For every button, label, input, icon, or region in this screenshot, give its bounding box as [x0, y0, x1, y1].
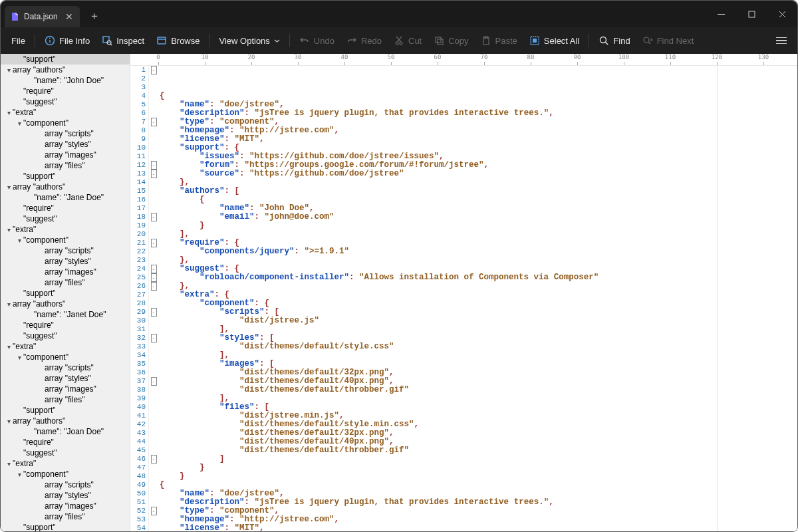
line-numbers: 1234567891011121314151617181920212223242…	[130, 66, 149, 532]
close-button[interactable]	[767, 1, 797, 27]
view-options-menu[interactable]: View Options	[213, 33, 285, 49]
tree-item[interactable]: array "styles"	[1, 373, 130, 384]
tree-item[interactable]: array "styles"	[1, 490, 130, 501]
tree-item[interactable]: "name": "Jane Doe"	[1, 192, 130, 203]
svg-point-6	[49, 38, 51, 39]
fold-toggle[interactable]: -	[151, 455, 157, 464]
tree-item[interactable]: ▾"component"	[1, 235, 130, 245]
svg-point-13	[400, 42, 402, 45]
tree-item[interactable]: ▾"extra"	[1, 341, 130, 352]
tree-item[interactable]: "require"	[1, 86, 130, 96]
tree-item[interactable]: array "scripts"	[1, 245, 130, 256]
svg-rect-7	[103, 37, 109, 43]
file-info-button[interactable]: File Info	[39, 32, 95, 49]
tree-item[interactable]: "suggest"	[1, 213, 130, 224]
browse-button[interactable]: Browse	[151, 32, 205, 49]
code-content[interactable]: { "name": "doe/jstree", "description": "…	[158, 66, 797, 532]
editor: 0102030405060708090100110120130140 12345…	[130, 54, 797, 532]
fold-toggle[interactable]: -	[151, 507, 157, 515]
svg-line-14	[397, 37, 402, 42]
tree-item[interactable]: "require"	[1, 320, 130, 331]
tree-item[interactable]: "require"	[1, 437, 130, 448]
paste-button[interactable]: Paste	[475, 32, 523, 49]
tree-item[interactable]: array "scripts"	[1, 362, 130, 373]
find-next-button[interactable]: Find Next	[637, 32, 700, 49]
tree-item[interactable]: array "files"	[1, 511, 130, 522]
tab-close-icon[interactable]: ✕	[65, 11, 73, 22]
tree-item[interactable]: ▾"extra"	[1, 224, 130, 235]
tree-item[interactable]: ▾"component"	[1, 469, 130, 479]
tree-item[interactable]: "support"	[1, 522, 130, 532]
tree-item[interactable]: array "scripts"	[1, 479, 130, 490]
tree-item[interactable]: "support"	[1, 288, 130, 299]
title-bar: Data.json ✕ ＋	[1, 1, 797, 27]
select-all-button[interactable]: Select All	[524, 32, 585, 49]
file-tab[interactable]: Data.json ✕	[5, 6, 80, 27]
svg-rect-10	[158, 37, 166, 44]
paste-icon	[481, 35, 491, 46]
fold-toggle[interactable]: -	[151, 161, 157, 170]
fold-toggle[interactable]: -	[151, 308, 157, 317]
fold-toggle[interactable]: -	[151, 265, 157, 273]
tree-item[interactable]: "suggest"	[1, 96, 130, 107]
search-icon	[598, 35, 609, 46]
tree-item[interactable]: array "images"	[1, 150, 130, 160]
structure-tree[interactable]: "support"▾array "authors""name": "John D…	[1, 54, 130, 532]
svg-rect-16	[436, 37, 441, 43]
fold-toggle[interactable]: -	[151, 273, 157, 282]
tree-item[interactable]: "require"	[1, 203, 130, 213]
ruler: 0102030405060708090100110120130140	[130, 54, 797, 66]
new-tab-button[interactable]: ＋	[89, 9, 100, 23]
tree-item[interactable]: array "files"	[1, 394, 130, 405]
tree-item[interactable]: array "scripts"	[1, 128, 130, 139]
fold-toggle[interactable]: -	[151, 170, 157, 178]
svg-rect-1	[749, 11, 755, 17]
svg-line-9	[110, 44, 112, 45]
file-menu[interactable]: File	[6, 33, 31, 49]
tree-item[interactable]: ▾array "authors"	[1, 416, 130, 426]
tree-item[interactable]: array "styles"	[1, 256, 130, 267]
tree-item[interactable]: array "images"	[1, 267, 130, 277]
tree-item[interactable]: "name": "Joan Doe"	[1, 426, 130, 437]
find-button[interactable]: Find	[593, 32, 635, 49]
tree-item[interactable]: "support"	[1, 54, 130, 65]
tree-item[interactable]: array "images"	[1, 501, 130, 511]
fold-toggle[interactable]: -	[151, 239, 157, 247]
tree-item[interactable]: "suggest"	[1, 331, 130, 341]
tree-item[interactable]: ▾array "authors"	[1, 182, 130, 192]
svg-line-23	[606, 43, 608, 45]
inspect-button[interactable]: Inspect	[96, 32, 150, 49]
fold-column[interactable]: --------------	[149, 66, 158, 532]
tree-item[interactable]: "support"	[1, 171, 130, 182]
tree-item[interactable]: ▾"component"	[1, 118, 130, 128]
tree-item[interactable]: ▾"extra"	[1, 458, 130, 469]
fold-toggle[interactable]: -	[151, 66, 157, 74]
fold-toggle[interactable]: -	[151, 118, 157, 126]
redo-button[interactable]: Redo	[341, 32, 387, 49]
window-controls	[706, 1, 797, 27]
tree-item[interactable]: array "files"	[1, 277, 130, 288]
fold-toggle[interactable]: -	[151, 213, 157, 221]
fold-toggle[interactable]: -	[151, 377, 157, 386]
cut-button[interactable]: Cut	[388, 32, 427, 49]
cut-icon	[394, 35, 404, 46]
search-next-icon	[642, 35, 653, 46]
tree-item[interactable]: array "images"	[1, 384, 130, 394]
menu-button[interactable]	[771, 32, 792, 50]
tree-item[interactable]: "name": "John Doe"	[1, 75, 130, 86]
undo-button[interactable]: Undo	[294, 32, 340, 49]
tree-item[interactable]: ▾"extra"	[1, 107, 130, 118]
minimize-button[interactable]	[706, 1, 736, 27]
fold-toggle[interactable]: -	[151, 334, 157, 342]
fold-toggle[interactable]: -	[151, 282, 157, 291]
copy-button[interactable]: Copy	[428, 32, 473, 49]
tree-item[interactable]: array "styles"	[1, 139, 130, 150]
tree-item[interactable]: ▾array "authors"	[1, 65, 130, 75]
tree-item[interactable]: array "files"	[1, 160, 130, 171]
tree-item[interactable]: ▾array "authors"	[1, 299, 130, 309]
tree-item[interactable]: ▾"component"	[1, 352, 130, 362]
tree-item[interactable]: "name": "Janet Doe"	[1, 309, 130, 320]
tree-item[interactable]: "support"	[1, 405, 130, 416]
tree-item[interactable]: "suggest"	[1, 448, 130, 458]
maximize-button[interactable]	[736, 1, 767, 27]
